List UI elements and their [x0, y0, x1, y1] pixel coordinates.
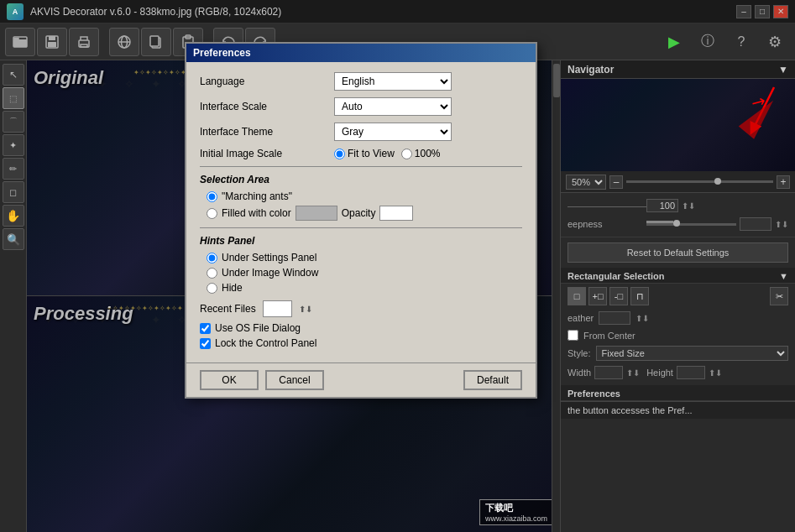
- language-row: Language English French German Spanish R…: [200, 72, 522, 91]
- marching-ants-option[interactable]: "Marching ants": [207, 190, 522, 202]
- minimize-button[interactable]: –: [736, 5, 751, 18]
- from-center-row: From Center: [561, 327, 795, 343]
- hide-label: Hide: [222, 282, 243, 294]
- play-button[interactable]: ▶: [659, 28, 689, 56]
- marching-ants-radio[interactable]: [207, 191, 217, 202]
- save-button[interactable]: [37, 28, 67, 56]
- preferences-hint-text: the button accesses the Pref...: [567, 405, 693, 415]
- zoom-select[interactable]: 50% 25% 100%: [566, 175, 606, 190]
- width-input[interactable]: 64: [594, 366, 623, 379]
- 100pct-label: 100%: [415, 148, 441, 159]
- dialog-title-text: Preferences: [193, 47, 251, 59]
- interface-theme-select[interactable]: Gray Dark Light: [334, 123, 452, 141]
- open-file-button[interactable]: [5, 28, 35, 56]
- help-button[interactable]: ?: [726, 28, 756, 56]
- deepness-spinner[interactable]: ⬆⬇: [775, 220, 788, 229]
- tool-lasso[interactable]: ⌒: [3, 111, 24, 133]
- v-scrollbar[interactable]: [552, 60, 560, 532]
- cancel-button[interactable]: Cancel: [265, 370, 324, 390]
- original-label: Original: [34, 67, 103, 89]
- fit-to-view-radio[interactable]: [334, 149, 345, 159]
- color-swatch[interactable]: [296, 206, 337, 221]
- navigator-collapse[interactable]: ▼: [778, 64, 788, 76]
- filled-color-label: Filled with color: [222, 207, 291, 219]
- reset-button[interactable]: Reset to Default Settings: [567, 243, 788, 263]
- style-select[interactable]: Fixed Size Normal Fixed Aspect Ratio: [596, 346, 788, 361]
- from-center-checkbox[interactable]: [567, 330, 578, 341]
- sel-mode-new[interactable]: □: [567, 287, 586, 305]
- feather-row: eather 0 ⬆⬇: [561, 309, 795, 327]
- sel-transform[interactable]: ✂: [770, 287, 788, 305]
- use-os-dialog-checkbox[interactable]: [200, 323, 211, 334]
- preferences-hint: the button accesses the Pref...: [561, 401, 795, 419]
- under-settings-radio[interactable]: [207, 253, 217, 263]
- recent-files-label: Recent Files: [200, 303, 256, 315]
- feather-input[interactable]: 0: [599, 311, 630, 325]
- selection-area-options: "Marching ants" Filled with color Opacit…: [207, 190, 522, 221]
- settings-button[interactable]: ⚙: [760, 28, 790, 56]
- filled-color-option[interactable]: Filled with color Opacity 60: [207, 206, 522, 221]
- language-select[interactable]: English French German Spanish Russian Ja…: [334, 72, 452, 91]
- selection-area-section: Selection Area "Marching ants" Filled wi…: [200, 166, 522, 221]
- use-os-dialog-row: Use OS File Dialog: [200, 322, 522, 334]
- tool-brush[interactable]: ✏: [3, 158, 24, 180]
- brightness-spinner[interactable]: ⬆⬇: [682, 201, 695, 211]
- close-button[interactable]: ✕: [773, 5, 788, 18]
- brightness-row: ————————— ⬆⬇: [567, 196, 788, 215]
- tool-eraser[interactable]: ◻: [3, 181, 24, 203]
- info-button[interactable]: ⓘ: [693, 28, 723, 56]
- tool-hand[interactable]: ✋: [3, 205, 24, 227]
- tool-selection[interactable]: ⬚: [3, 87, 24, 109]
- deepness-slider[interactable]: [646, 223, 736, 226]
- dialog-body: Language English French German Spanish R…: [186, 62, 536, 362]
- under-image-radio[interactable]: [207, 268, 217, 279]
- rectangular-selection-collapse[interactable]: ▼: [779, 271, 788, 281]
- opacity-input[interactable]: 60: [379, 206, 413, 221]
- zoom-out-button[interactable]: –: [609, 175, 623, 189]
- interface-scale-row: Interface Scale Auto 100% 125% 150% 200%: [200, 97, 522, 116]
- tool-magic-wand[interactable]: ✦: [3, 134, 24, 156]
- maximize-button[interactable]: □: [755, 5, 770, 18]
- brightness-label: —————————: [567, 201, 643, 211]
- recent-files-spinner[interactable]: ⬆⬇: [299, 305, 312, 314]
- window-controls: – □ ✕: [736, 5, 788, 18]
- navigator-header: Navigator ▼: [561, 60, 795, 79]
- v-scrollbar-thumb[interactable]: [553, 64, 560, 97]
- recent-files-input[interactable]: 10: [263, 300, 292, 317]
- ok-button[interactable]: OK: [200, 370, 259, 390]
- rectangular-selection-title: Rectangular Selection: [567, 271, 665, 281]
- svg-rect-4: [49, 36, 55, 40]
- sel-mode-intersect[interactable]: ⊓: [630, 287, 649, 305]
- hints-panel-title: Hints Panel: [200, 235, 522, 247]
- zoom-slider[interactable]: [626, 180, 773, 183]
- height-spinner[interactable]: ⬆⬇: [709, 368, 722, 378]
- titlebar: A AKVIS Decorator v.6.0 - 838kmo.jpg (RG…: [0, 0, 795, 23]
- copy-button[interactable]: [141, 28, 171, 56]
- 100pct-option[interactable]: 100%: [401, 148, 441, 159]
- sel-mode-add[interactable]: +□: [588, 287, 607, 305]
- feather-spinner[interactable]: ⬆⬇: [635, 314, 649, 323]
- print-button[interactable]: [69, 28, 99, 56]
- hide-option[interactable]: Hide: [207, 282, 522, 294]
- under-image-option[interactable]: Under Image Window: [207, 267, 522, 279]
- height-input[interactable]: 64: [677, 366, 705, 379]
- under-settings-option[interactable]: Under Settings Panel: [207, 252, 522, 263]
- world-button[interactable]: [109, 28, 139, 56]
- interface-scale-select[interactable]: Auto 100% 125% 150% 200%: [334, 97, 452, 116]
- hide-radio[interactable]: [207, 283, 217, 294]
- preferences-section-header: Preferences: [561, 385, 795, 401]
- fit-to-view-option[interactable]: Fit to View: [334, 148, 395, 159]
- tool-arrow[interactable]: ↖: [3, 64, 24, 86]
- lock-control-row: Lock the Control Panel: [200, 337, 522, 349]
- zoom-in-button[interactable]: +: [777, 175, 790, 189]
- default-button[interactable]: Default: [463, 370, 522, 390]
- filled-color-radio[interactable]: [207, 208, 217, 219]
- 100pct-radio[interactable]: [401, 149, 412, 159]
- dialog-title: Preferences: [186, 44, 536, 62]
- lock-control-checkbox[interactable]: [200, 338, 211, 349]
- sel-mode-subtract[interactable]: -□: [609, 287, 628, 305]
- width-spinner[interactable]: ⬆⬇: [626, 368, 640, 378]
- tool-zoom[interactable]: 🔍: [3, 228, 24, 250]
- brightness-input[interactable]: [646, 199, 678, 212]
- deepness-input[interactable]: 15: [740, 217, 771, 231]
